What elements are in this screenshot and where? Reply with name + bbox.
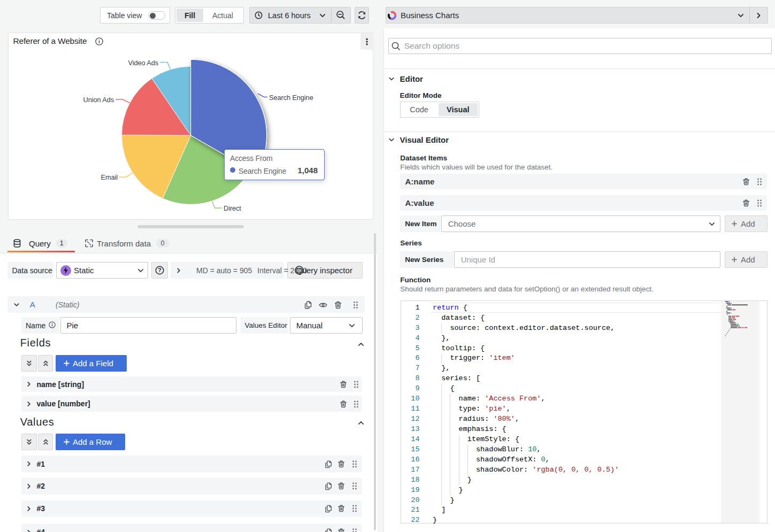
svg-text:?: ? [158, 267, 161, 273]
